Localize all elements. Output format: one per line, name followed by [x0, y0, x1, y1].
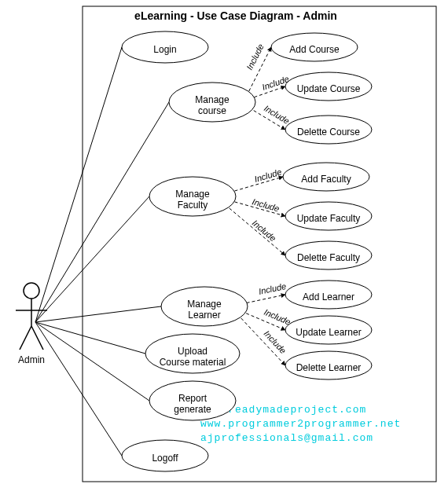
svg-point-0 [24, 283, 39, 299]
usecase-label: Update Faculty [297, 213, 361, 224]
diagram-title: eLearning - Use Case Diagram - Admin [134, 9, 337, 22]
usecase-label: ManageFaculty [175, 189, 210, 211]
include-label: Include [263, 328, 288, 355]
include-label: Include [263, 307, 292, 327]
usecase-update-faculty: Update Faculty [285, 202, 372, 230]
include-label: Include [251, 218, 278, 243]
association-manage-course [35, 102, 169, 322]
usecase-update-learner: Update Learner [285, 316, 372, 344]
association-manage-faculty [35, 196, 149, 322]
usecase-label: Delette Course [297, 126, 360, 138]
usecase-label: Managecourse [195, 94, 230, 116]
usecase-label: Add Course [289, 44, 340, 55]
usecase-report-generate: Reportgenerate [149, 381, 236, 420]
usecase-label: ManageLearner [187, 299, 222, 321]
association-upload-material [35, 322, 145, 354]
usecase-delete-learner: Delette Learner [285, 351, 372, 380]
watermark-line-3: ajprofessionals@gmail.com [200, 432, 373, 444]
usecase-label: Add Learner [303, 292, 354, 302]
usecase-label: Delette Faculty [297, 252, 360, 263]
usecase-login: Login [122, 31, 208, 63]
usecase-label: Logoff [152, 453, 178, 464]
usecase-label: Add Faculty [301, 174, 351, 185]
usecase-logoff: Logoff [122, 440, 208, 471]
include-label: Include [263, 103, 292, 126]
svg-line-4 [31, 326, 43, 350]
actor-label: Admin [18, 354, 45, 365]
usecase-label: Update Learner [296, 327, 361, 338]
usecase-update-course: Update Course [285, 72, 372, 101]
usecase-label: Delette Learner [296, 362, 362, 373]
watermark-line-2: www.programmer2programmer.net [200, 418, 401, 430]
usecase-add-faculty: Add Faculty [283, 163, 369, 191]
usecase-delete-course: Delette Course [285, 116, 372, 144]
include-label: Include [244, 42, 266, 72]
usecase-add-course: Add Course [271, 33, 358, 61]
usecase-label: Reportgenerate [174, 393, 211, 415]
include-arrow-delete-faculty [230, 208, 285, 255]
usecase-add-learner: Add Learner [285, 280, 372, 309]
association-manage-learner [35, 306, 161, 322]
use-case-diagram: eLearning - Use Case Diagram - Admin www… [0, 0, 448, 484]
usecase-upload-material: UploadCourse material [145, 334, 240, 373]
association-report-generate [35, 322, 149, 401]
association-login [35, 47, 122, 322]
include-label: Include [251, 196, 280, 213]
include-label: Include [258, 281, 287, 296]
usecase-label: Login [153, 44, 176, 55]
association-logoff [35, 322, 122, 456]
usecase-manage-course: Managecourse [169, 82, 255, 122]
usecase-label: Update Course [297, 83, 361, 94]
usecase-manage-faculty: ManageFaculty [149, 177, 236, 216]
usecase-delete-faculty: Delette Faculty [285, 241, 372, 270]
usecase-manage-learner: ManageLearner [161, 287, 248, 326]
svg-line-3 [20, 326, 31, 350]
include-arrow-add-learner [241, 295, 285, 304]
